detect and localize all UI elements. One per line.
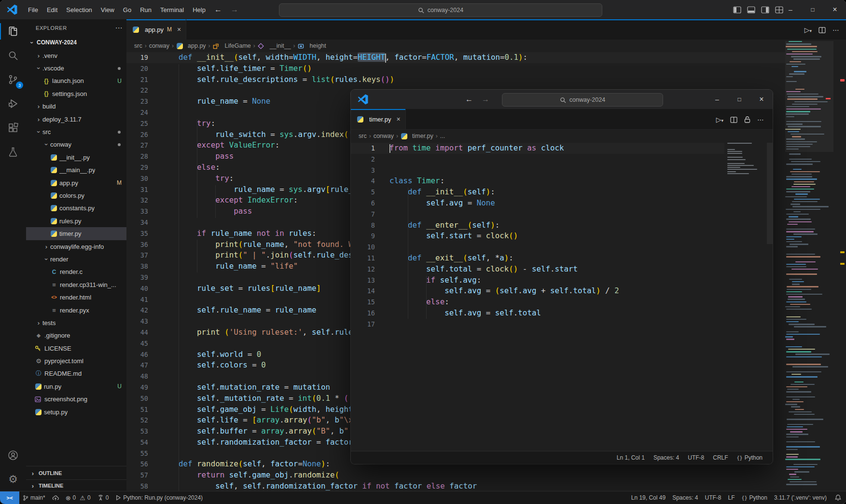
- ports-item[interactable]: 0: [94, 491, 112, 504]
- activity-testing[interactable]: [0, 140, 26, 164]
- close-button[interactable]: ×: [750, 90, 773, 109]
- tree-item-render-c[interactable]: Crender.c: [26, 266, 126, 278]
- run-python-file-icon[interactable]: ▷▾: [804, 26, 812, 34]
- more-actions-icon[interactable]: ⋯: [757, 116, 764, 123]
- code-line[interactable]: 8 def __enter__(self):: [351, 220, 724, 231]
- timeline-section[interactable]: › TIMELINE: [26, 479, 126, 491]
- menu-view[interactable]: View: [97, 6, 119, 14]
- minimize-button[interactable]: –: [706, 90, 728, 109]
- tree-item-app-py[interactable]: app.pyM: [26, 177, 126, 189]
- menu-selection[interactable]: Selection: [62, 6, 96, 14]
- explorer-root-folder[interactable]: › CONWAY-2024: [26, 37, 126, 48]
- status-item[interactable]: Ln 19, Col 49: [628, 494, 669, 501]
- more-actions-icon[interactable]: ⋯: [832, 26, 839, 34]
- status-item[interactable]: LF: [725, 494, 738, 501]
- tree-item-render-cp311-win[interactable]: ≡render.cp311-win_...: [26, 278, 126, 291]
- tree-item-conway[interactable]: ›conway: [26, 138, 126, 151]
- breadcrumb-item[interactable]: timer.py: [401, 133, 433, 139]
- menu-terminal[interactable]: Terminal: [156, 6, 188, 14]
- tree-item-conwaylife-egg-info[interactable]: ›conwaylife.egg-info: [26, 240, 126, 253]
- close-tab-icon[interactable]: ×: [177, 26, 181, 33]
- code-line[interactable]: 11 def __exit__(self, *a):: [351, 253, 724, 264]
- tree-item-init-py[interactable]: __init__.py: [26, 151, 126, 163]
- breadcrumb-item[interactable]: conway: [374, 133, 394, 139]
- tree-item-render-html[interactable]: <>render.html: [26, 291, 126, 303]
- debug-config-item[interactable]: Python: Run.py (conway-2024): [112, 491, 206, 504]
- tree-item-src[interactable]: ›src: [26, 125, 126, 138]
- maximize-button[interactable]: □: [728, 90, 750, 109]
- code-line[interactable]: 57 return self.game_obj.randomize(: [126, 470, 785, 481]
- tree-item-timer-py[interactable]: timer.py: [26, 227, 126, 240]
- sync-changes-item[interactable]: [49, 491, 62, 504]
- activity-extensions[interactable]: [0, 116, 26, 140]
- nav-forward-icon[interactable]: →: [477, 95, 494, 104]
- bell-icon[interactable]: [835, 494, 841, 501]
- command-center[interactable]: conway-2024: [502, 93, 663, 107]
- split-editor-icon[interactable]: [818, 27, 826, 33]
- code-line[interactable]: 4class Timer:: [351, 176, 724, 187]
- tree-item-colors-py[interactable]: colors.py: [26, 189, 126, 202]
- explorer-more-icon[interactable]: ⋯: [115, 24, 123, 32]
- code-line[interactable]: 2: [351, 154, 724, 165]
- status-item[interactable]: {}Python: [738, 494, 771, 501]
- code-line[interactable]: 21 self.rule_descriptions = list(rules.k…: [126, 74, 785, 85]
- git-branch-item[interactable]: main*: [19, 491, 49, 504]
- problems-item[interactable]: ⊗ 0 ⚠ 0: [62, 491, 94, 504]
- breadcrumb-item[interactable]: LifeGame: [213, 42, 251, 49]
- toggle-secondary-sidebar-icon[interactable]: [761, 6, 769, 14]
- breadcrumb-item[interactable]: conway: [149, 42, 169, 49]
- scrollbar[interactable]: [767, 143, 773, 244]
- menu-file[interactable]: File: [24, 6, 42, 14]
- tree-item-build[interactable]: ›build: [26, 100, 126, 113]
- code-line[interactable]: 1from time import perf_counter as clock: [351, 143, 724, 154]
- code-line[interactable]: 58 self, self.randomization_factor if no…: [126, 481, 785, 491]
- minimap[interactable]: [727, 143, 758, 201]
- run-python-file-icon[interactable]: ▷▾: [716, 116, 723, 123]
- tab-timer-py[interactable]: timer.py ×: [351, 109, 406, 129]
- status-item[interactable]: Spaces: 4: [650, 451, 682, 464]
- tree-item-deploy-3-11-7[interactable]: ›deploy_3.11.7: [26, 113, 126, 125]
- tree-item-readme-md[interactable]: ⓘREADME.md: [26, 368, 126, 380]
- tree-item-setup-py[interactable]: setup.py: [26, 406, 126, 418]
- code-line[interactable]: 14 self.avg = (self.avg + self.total) / …: [351, 286, 724, 297]
- tree-item-constants-py[interactable]: constants.py: [26, 202, 126, 215]
- nav-back-icon[interactable]: ←: [461, 95, 477, 104]
- maximize-button[interactable]: □: [802, 0, 824, 19]
- tree-item-rules-py[interactable]: rules.py: [26, 215, 126, 227]
- tree-item-gitignore[interactable]: ◆.gitignore: [26, 329, 126, 342]
- tree-item-venv[interactable]: ›.venv: [26, 49, 126, 62]
- nav-forward-icon[interactable]: →: [226, 5, 243, 14]
- tree-item-run-py[interactable]: run.pyU: [26, 380, 126, 393]
- code-line[interactable]: 16 self.avg = self.total: [351, 308, 724, 319]
- code-line[interactable]: 5 def __init__(self):: [351, 187, 724, 198]
- close-button[interactable]: ×: [824, 0, 846, 19]
- menu-run[interactable]: Run: [136, 6, 156, 14]
- minimap[interactable]: [785, 41, 833, 491]
- menu-edit[interactable]: Edit: [42, 6, 62, 14]
- code-line[interactable]: 9 self.start = clock(): [351, 231, 724, 242]
- tree-item-tests[interactable]: ›tests: [26, 316, 126, 329]
- code-area[interactable]: 1from time import perf_counter as clock2…: [351, 143, 724, 451]
- lock-icon[interactable]: [744, 116, 750, 123]
- tree-item-screenshot-png[interactable]: screenshot.png: [26, 393, 126, 406]
- code-line[interactable]: 10: [351, 242, 724, 253]
- code-line[interactable]: 17: [351, 319, 724, 330]
- outline-section[interactable]: › OUTLINE: [26, 466, 126, 480]
- activity-source-control[interactable]: 3: [0, 68, 26, 92]
- status-item[interactable]: CRLF: [709, 451, 731, 464]
- tree-item-launch-json[interactable]: {}launch.jsonU: [26, 75, 126, 87]
- code-line[interactable]: 12 self.total = clock() - self.start: [351, 264, 724, 275]
- status-item[interactable]: {}Python: [734, 451, 766, 464]
- activity-explorer[interactable]: [0, 19, 26, 43]
- nav-back-icon[interactable]: ←: [210, 5, 226, 14]
- close-tab-icon[interactable]: ×: [397, 115, 401, 123]
- menu-help[interactable]: Help: [188, 6, 210, 14]
- tree-item-license[interactable]: LICENSE: [26, 342, 126, 354]
- tree-item-settings-json[interactable]: {}settings.json: [26, 87, 126, 100]
- split-editor-icon[interactable]: [730, 117, 737, 123]
- menu-go[interactable]: Go: [119, 6, 136, 14]
- breadcrumb-item[interactable]: __init__: [258, 42, 291, 49]
- breadcrumb-item[interactable]: src: [359, 133, 367, 139]
- minimap-slider[interactable]: [785, 41, 833, 152]
- status-item[interactable]: UTF-8: [684, 451, 707, 464]
